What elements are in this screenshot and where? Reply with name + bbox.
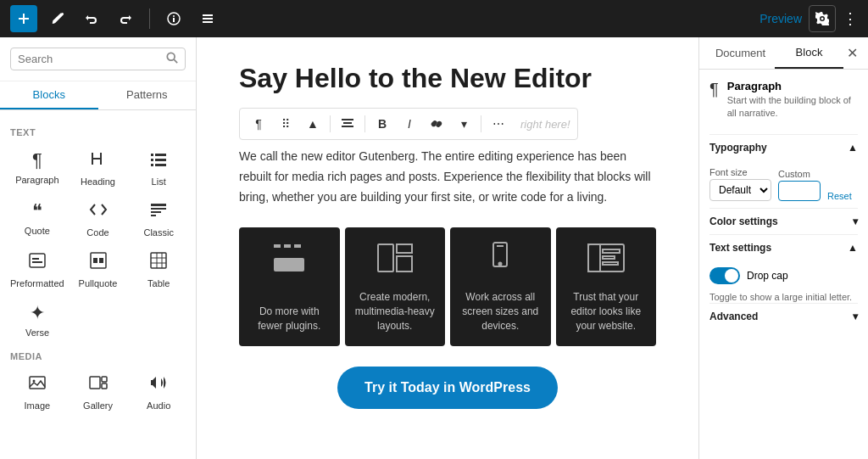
- svg-rect-3: [173, 18, 175, 22]
- redo-button[interactable]: [112, 5, 139, 32]
- svg-rect-17: [151, 208, 166, 210]
- card-layouts: Create modern, multimedia-heavy layouts.: [345, 227, 446, 346]
- tab-document[interactable]: Document: [706, 38, 775, 68]
- audio-icon: [149, 373, 168, 397]
- close-panel-button[interactable]: ✕: [843, 42, 861, 64]
- block-name-label: Paragraph: [727, 80, 858, 92]
- color-settings-arrow-icon: ▾: [853, 216, 858, 227]
- italic-button[interactable]: I: [398, 112, 421, 136]
- svg-rect-5: [203, 14, 213, 16]
- svg-rect-13: [155, 159, 166, 161]
- block-quote[interactable]: ❝ Quote: [7, 193, 68, 244]
- blocks-grid: TEXT ¶ Paragraph Heading List: [0, 110, 196, 428]
- block-paragraph[interactable]: ¶ Paragraph: [7, 143, 68, 193]
- card-label: Work across all screen sizes and devices…: [460, 290, 541, 333]
- svg-rect-12: [151, 159, 153, 161]
- svg-rect-49: [603, 256, 615, 259]
- more-formats-button[interactable]: ▾: [452, 112, 476, 136]
- bold-button[interactable]: B: [370, 112, 394, 136]
- block-pullquote[interactable]: Pullquote: [68, 244, 129, 295]
- left-sidebar: Blocks Patterns TEXT ¶ Paragraph Heading: [0, 37, 197, 459]
- preview-button[interactable]: Preview: [760, 12, 802, 25]
- paragraph-button[interactable]: ¶: [247, 112, 270, 136]
- svg-rect-48: [603, 249, 620, 253]
- block-gallery[interactable]: Gallery: [68, 367, 129, 417]
- align-button[interactable]: [336, 112, 359, 136]
- block-table[interactable]: Table: [128, 244, 189, 295]
- custom-font-input[interactable]: [778, 181, 821, 201]
- classic-icon: [149, 200, 168, 224]
- block-list[interactable]: List: [128, 143, 189, 193]
- block-audio[interactable]: Audio: [128, 367, 189, 417]
- card-plugins: Do more with fewer plugins.: [239, 227, 340, 346]
- svg-rect-22: [32, 261, 42, 263]
- drop-cap-hint: Toggle to show a large initial letter.: [709, 291, 858, 303]
- drop-cap-toggle[interactable]: [709, 267, 740, 284]
- color-settings-section-header[interactable]: Color settings ▾: [709, 208, 858, 234]
- more-options-button[interactable]: ⋮: [843, 9, 858, 28]
- settings-button[interactable]: [809, 5, 836, 32]
- block-classic[interactable]: Classic: [128, 193, 189, 244]
- advanced-section-header[interactable]: Advanced ▾: [709, 303, 858, 329]
- svg-rect-18: [151, 211, 161, 213]
- svg-rect-42: [397, 256, 412, 271]
- drag-handle-button[interactable]: ⠿: [274, 112, 298, 136]
- toolbar-sep: [481, 115, 481, 132]
- block-preformatted[interactable]: Preformatted: [7, 244, 68, 295]
- block-label: Audio: [147, 400, 170, 411]
- undo-button[interactable]: [78, 5, 105, 32]
- reset-button[interactable]: Reset: [827, 191, 852, 201]
- custom-group: Custom: [778, 169, 821, 201]
- advanced-arrow-icon: ▾: [853, 311, 858, 322]
- options-button[interactable]: ⋯: [487, 112, 510, 136]
- toolbar-sep: [330, 115, 331, 132]
- block-heading[interactable]: Heading: [68, 143, 129, 193]
- info-button[interactable]: [160, 5, 187, 32]
- add-block-button[interactable]: [10, 5, 37, 32]
- list-view-button[interactable]: [194, 5, 221, 32]
- block-verse[interactable]: ✦ Verse: [7, 295, 68, 344]
- cta-button[interactable]: Try it Today in WordPress: [337, 367, 558, 409]
- editor-area: Say Hello to the New Editor ¶ ⠿ ▲ B I ▾ …: [197, 37, 698, 459]
- block-row-3: Preformatted Pullquote Table: [7, 244, 189, 295]
- block-label: Table: [147, 278, 170, 288]
- svg-rect-35: [102, 383, 107, 389]
- svg-line-9: [174, 59, 177, 63]
- block-code[interactable]: Code: [68, 193, 129, 244]
- typography-arrow-icon: ▲: [848, 142, 858, 154]
- svg-rect-34: [102, 377, 107, 382]
- heading-icon: [89, 149, 108, 173]
- topbar: Preview ⋮: [0, 0, 868, 37]
- search-inner: [10, 48, 186, 70]
- tab-block[interactable]: Block: [775, 37, 843, 69]
- svg-rect-19: [151, 215, 156, 216]
- svg-rect-7: [203, 21, 213, 23]
- svg-rect-33: [90, 377, 100, 389]
- drop-cap-label: Drop cap: [747, 270, 788, 282]
- svg-point-4: [173, 15, 175, 17]
- block-label: List: [152, 176, 166, 187]
- svg-rect-15: [155, 164, 166, 166]
- link-button[interactable]: [425, 112, 448, 136]
- block-info: ¶ Paragraph Start with the building bloc…: [709, 80, 858, 120]
- block-label: Paragraph: [15, 175, 58, 185]
- svg-rect-37: [343, 122, 352, 124]
- svg-rect-11: [155, 154, 166, 156]
- svg-rect-1: [19, 18, 29, 20]
- tab-blocks[interactable]: Blocks: [0, 81, 98, 109]
- edit-button[interactable]: [44, 5, 71, 32]
- search-input[interactable]: [18, 53, 161, 65]
- editor-title: Say Hello to the New Editor: [239, 63, 656, 94]
- svg-rect-24: [93, 258, 97, 263]
- typography-section-header[interactable]: Typography ▲: [709, 134, 858, 160]
- font-size-select[interactable]: Default: [709, 179, 771, 201]
- text-settings-section-header[interactable]: Text settings ▲: [709, 234, 858, 260]
- svg-rect-10: [151, 154, 153, 156]
- layouts-icon: [375, 241, 415, 283]
- block-desc-text: Start with the building block of all nar…: [727, 94, 858, 120]
- svg-rect-21: [32, 258, 39, 260]
- move-up-button[interactable]: ▲: [301, 112, 325, 136]
- block-image[interactable]: Image: [7, 367, 68, 417]
- text-settings-arrow-icon: ▲: [848, 242, 858, 254]
- tab-patterns[interactable]: Patterns: [98, 81, 197, 109]
